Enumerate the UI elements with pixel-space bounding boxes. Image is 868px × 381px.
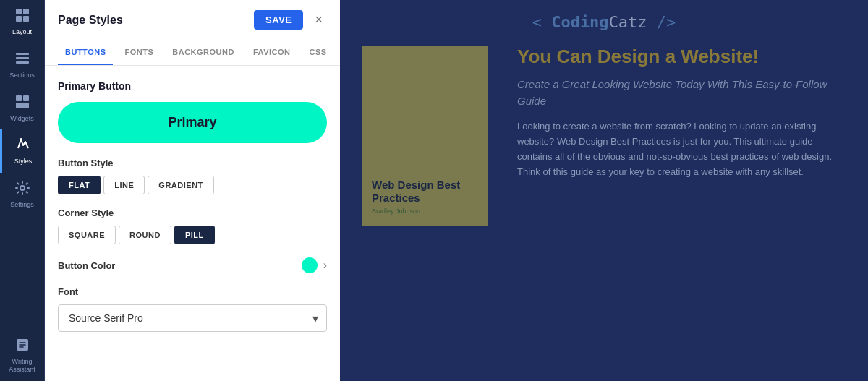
settings-icon xyxy=(14,180,30,198)
preview-heading: You Can Design a Website! xyxy=(517,46,846,68)
close-button[interactable]: × xyxy=(310,11,327,29)
svg-point-11 xyxy=(20,186,25,190)
book-title: Web Design Best Practices xyxy=(372,179,478,205)
corner-style-round[interactable]: ROUND xyxy=(119,226,171,244)
button-style-gradient[interactable]: GRADIENT xyxy=(148,176,213,194)
preview-header: < CodingCatz /> xyxy=(340,0,868,38)
svg-rect-3 xyxy=(23,16,29,22)
tab-css[interactable]: CSS xyxy=(302,40,334,65)
styles-icon xyxy=(15,137,31,155)
tab-background[interactable]: BACKGROUND xyxy=(165,40,242,65)
preview-body: Web Design Best Practices Bradley Johnso… xyxy=(340,38,868,234)
svg-rect-1 xyxy=(23,9,29,14)
button-style-flat[interactable]: FLAT xyxy=(58,176,101,194)
panel-header: Page Styles SAVE × xyxy=(45,0,340,40)
svg-point-10 xyxy=(20,138,22,141)
font-select[interactable]: Source Serif Pro Roboto Open Sans Lato M… xyxy=(58,304,327,332)
sidebar-item-sections[interactable]: Sections xyxy=(0,43,44,87)
panel: Page Styles SAVE × BUTTONS FONTS BACKGRO… xyxy=(45,0,340,381)
svg-rect-9 xyxy=(16,103,29,108)
sidebar-item-widgets[interactable]: Widgets xyxy=(0,87,44,130)
button-color-arrow[interactable]: › xyxy=(323,259,327,272)
writing-assistant-icon xyxy=(14,337,30,355)
sidebar-item-writing-assistant-label: WritingAssistant xyxy=(9,358,35,374)
button-color-row: Button Color › xyxy=(58,257,327,273)
svg-rect-7 xyxy=(16,95,22,101)
svg-rect-6 xyxy=(16,61,29,64)
sidebar-item-writing-assistant[interactable]: WritingAssistant xyxy=(0,330,44,381)
preview-area: < CodingCatz /> xyxy=(340,0,868,381)
corner-style-square[interactable]: SQUARE xyxy=(58,226,116,244)
sidebar-item-layout[interactable]: Layout xyxy=(0,0,44,43)
button-style-label: Button Style xyxy=(58,158,327,168)
preview-site-title: < CodingCatz /> xyxy=(362,13,846,31)
layout-icon xyxy=(14,7,30,25)
corner-style-pill[interactable]: PILL xyxy=(174,226,215,244)
button-color-left: Button Color xyxy=(58,260,115,271)
sidebar-item-layout-label: Layout xyxy=(12,28,32,36)
sidebar-item-styles-label: Styles xyxy=(14,158,33,166)
preview-subtitle: Create a Great Looking Website Today Wit… xyxy=(517,77,846,109)
svg-rect-4 xyxy=(16,53,29,55)
svg-rect-2 xyxy=(16,16,22,22)
panel-content: Primary Button Primary Button Style FLAT… xyxy=(45,66,340,381)
sidebar-item-settings[interactable]: Settings xyxy=(0,173,44,216)
svg-rect-8 xyxy=(23,95,29,101)
site-title-lt: < xyxy=(532,13,552,31)
button-color-swatch[interactable] xyxy=(302,257,318,273)
button-color-controls: › xyxy=(302,257,327,273)
sidebar-item-sections-label: Sections xyxy=(9,72,35,80)
sidebar-item-styles[interactable]: Styles xyxy=(0,129,44,173)
book-cover: Web Design Best Practices Bradley Johnso… xyxy=(362,46,488,226)
primary-button-preview[interactable]: Primary xyxy=(58,102,327,143)
primary-button-title: Primary Button xyxy=(58,80,327,92)
panel-title: Page Styles xyxy=(58,14,123,27)
corner-style-label: Corner Style xyxy=(58,207,327,218)
save-button[interactable]: SAVE xyxy=(254,10,303,30)
preview-description: Looking to create a website from scratch… xyxy=(517,119,846,179)
font-label: Font xyxy=(58,286,327,297)
tab-buttons[interactable]: BUTTONS xyxy=(58,40,113,65)
site-title-end: /> xyxy=(647,13,676,31)
button-style-line[interactable]: LINE xyxy=(103,176,145,194)
sidebar-item-widgets-label: Widgets xyxy=(10,115,34,123)
button-color-label: Button Color xyxy=(58,260,115,271)
book-author: Bradley Johnson xyxy=(372,207,478,215)
button-style-group: FLAT LINE GRADIENT xyxy=(58,176,327,194)
widgets-icon xyxy=(14,94,30,112)
panel-tabs: BUTTONS FONTS BACKGROUND FAVICON CSS xyxy=(45,40,340,66)
svg-rect-5 xyxy=(16,57,29,59)
site-title-brand2: Catz xyxy=(609,13,647,31)
font-select-wrapper: Source Serif Pro Roboto Open Sans Lato M… xyxy=(58,304,327,332)
sections-icon xyxy=(14,51,30,69)
tab-fonts[interactable]: FONTS xyxy=(117,40,161,65)
book-cover-inner: Web Design Best Practices Bradley Johnso… xyxy=(362,46,488,226)
tab-favicon[interactable]: FAVICON xyxy=(246,40,298,65)
svg-rect-0 xyxy=(16,9,22,14)
preview-text-content: You Can Design a Website! Create a Great… xyxy=(517,46,846,179)
site-title-brand1: Coding xyxy=(551,13,608,31)
sidebar: Layout Sections Widgets St xyxy=(0,0,45,381)
sidebar-item-settings-label: Settings xyxy=(10,201,34,209)
corner-style-group: SQUARE ROUND PILL xyxy=(58,226,327,244)
